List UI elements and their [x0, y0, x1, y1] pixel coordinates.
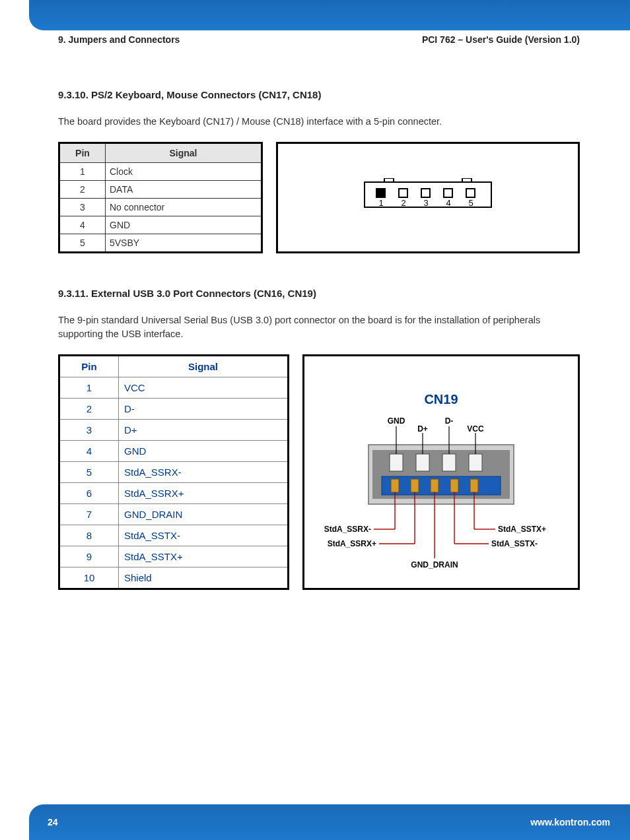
- signal-cell: 5VSBY: [106, 234, 262, 253]
- table-row: 1VCC: [59, 377, 289, 399]
- th-signal: Signal: [106, 143, 262, 163]
- section-2-title: 9.3.11. External USB 3.0 Port Connectors…: [58, 288, 580, 299]
- signal-cell: GND_DRAIN: [119, 504, 289, 525]
- signal-cell: No connector: [106, 199, 262, 216]
- svg-rect-18: [391, 479, 399, 492]
- pin-cell: 6: [59, 483, 119, 504]
- svg-text:3: 3: [423, 198, 428, 208]
- signal-cell: StdA_SSRX-: [119, 462, 289, 483]
- top-accent-bar: [29, 0, 630, 30]
- signal-cell: GND: [106, 216, 262, 234]
- svg-rect-20: [431, 479, 438, 492]
- usb3-connector-diagram: CN19: [304, 360, 578, 585]
- pin-cell: 5: [59, 462, 119, 483]
- signal-cell: StdA_SSTX+: [119, 546, 289, 567]
- pin-cell: 4: [59, 216, 106, 234]
- svg-rect-4: [444, 189, 452, 197]
- signal-cell: VCC: [119, 377, 289, 399]
- svg-text:VCC: VCC: [467, 424, 484, 434]
- usb3-dia-title: CN19: [304, 392, 578, 407]
- svg-rect-17: [382, 476, 501, 495]
- pin-cell: 5: [59, 234, 106, 253]
- pin-cell: 8: [59, 525, 119, 546]
- pin-cell: 1: [59, 163, 106, 181]
- signal-cell: D+: [119, 420, 289, 441]
- table-row: 55VSBY: [59, 234, 262, 253]
- pin-cell: 2: [59, 399, 119, 420]
- svg-text:4: 4: [446, 198, 450, 208]
- svg-rect-1: [376, 189, 385, 197]
- page-content: 9.3.10. PS/2 Keyboard, Mouse Connectors …: [58, 89, 580, 624]
- pin-cell: 4: [59, 441, 119, 462]
- th-pin: Pin: [59, 143, 106, 163]
- section-2-row: Pin Signal 1VCC2D-3D+4GND5StdA_SSRX-6Std…: [58, 354, 580, 590]
- pin-cell: 3: [59, 199, 106, 216]
- section-1-intro: The board provides the Keyboard (CN17) /…: [58, 115, 580, 129]
- svg-text:D+: D+: [417, 424, 428, 434]
- pin-cell: 2: [59, 181, 106, 199]
- ps2-connector-diagram: 1 2 3 4 5: [362, 178, 494, 218]
- pin-cell: 7: [59, 504, 119, 525]
- page-number: 24: [48, 817, 58, 827]
- section-1-row: Pin Signal 1Clock2DATA3No connector4GND5…: [58, 142, 580, 253]
- footer-url: www.kontron.com: [530, 817, 610, 827]
- svg-rect-22: [470, 479, 478, 492]
- section-1-title: 9.3.10. PS/2 Keyboard, Mouse Connectors …: [58, 89, 580, 100]
- header-left: 9. Jumpers and Connectors: [58, 34, 180, 45]
- svg-text:D-: D-: [445, 416, 454, 426]
- table-row: 3D+: [59, 420, 289, 441]
- signal-cell: DATA: [106, 181, 262, 199]
- section-2-intro: The 9-pin standard Universal Serial Bus …: [58, 313, 580, 341]
- svg-text:2: 2: [401, 198, 405, 208]
- signal-cell: GND: [119, 441, 289, 462]
- table-row: 3No connector: [59, 199, 262, 216]
- section-2-diagram-wrap: CN19: [302, 354, 580, 590]
- header-right: PCI 762 – User's Guide (Version 1.0): [422, 34, 580, 45]
- svg-text:StdA_SSTX+: StdA_SSTX+: [498, 525, 546, 534]
- signal-cell: StdA_SSRX+: [119, 483, 289, 504]
- svg-text:StdA_SSRX+: StdA_SSRX+: [328, 539, 376, 548]
- table-row: 6StdA_SSRX+: [59, 483, 289, 504]
- signal-cell: D-: [119, 399, 289, 420]
- page-header: 9. Jumpers and Connectors PCI 762 – User…: [58, 34, 580, 45]
- pin-cell: 10: [59, 567, 119, 589]
- usb3-pin-table: Pin Signal 1VCC2D-3D+4GND5StdA_SSRX-6Std…: [58, 354, 289, 590]
- table-row: 2DATA: [59, 181, 262, 199]
- svg-rect-5: [466, 189, 475, 197]
- signal-cell: Shield: [119, 567, 289, 589]
- section-2-table-wrap: Pin Signal 1VCC2D-3D+4GND5StdA_SSRX-6Std…: [58, 354, 289, 590]
- table-row: 4GND: [59, 441, 289, 462]
- svg-rect-3: [421, 189, 430, 197]
- table-row: 9StdA_SSTX+: [59, 546, 289, 567]
- svg-text:GND: GND: [388, 416, 405, 426]
- svg-text:1: 1: [378, 198, 383, 208]
- pin-cell: 9: [59, 546, 119, 567]
- svg-rect-21: [450, 479, 458, 492]
- svg-rect-19: [411, 479, 419, 492]
- section-1-diagram-wrap: 1 2 3 4 5: [276, 142, 580, 253]
- signal-cell: Clock: [106, 163, 262, 181]
- table-row: 10Shield: [59, 567, 289, 589]
- svg-text:GND_DRAIN: GND_DRAIN: [411, 560, 458, 569]
- table-row: 7GND_DRAIN: [59, 504, 289, 525]
- table-row: 5StdA_SSRX-: [59, 462, 289, 483]
- svg-text:StdA_SSRX-: StdA_SSRX-: [324, 525, 371, 534]
- svg-rect-15: [442, 454, 456, 471]
- table-row: 4GND: [59, 216, 262, 234]
- section-1-table-wrap: Pin Signal 1Clock2DATA3No connector4GND5…: [58, 142, 263, 253]
- pin-cell: 1: [59, 377, 119, 399]
- pin-cell: 3: [59, 420, 119, 441]
- svg-rect-13: [390, 454, 403, 471]
- table-row: 2D-: [59, 399, 289, 420]
- th-pin: Pin: [59, 356, 119, 377]
- page-footer: 24 www.kontron.com: [29, 804, 630, 840]
- th-signal: Signal: [119, 356, 289, 377]
- svg-rect-16: [469, 454, 482, 471]
- svg-rect-14: [416, 454, 429, 471]
- table-row: 8StdA_SSTX-: [59, 525, 289, 546]
- ps2-pin-table: Pin Signal 1Clock2DATA3No connector4GND5…: [58, 142, 263, 253]
- signal-cell: StdA_SSTX-: [119, 525, 289, 546]
- svg-text:StdA_SSTX-: StdA_SSTX-: [491, 539, 538, 548]
- table-row: 1Clock: [59, 163, 262, 181]
- svg-rect-2: [399, 189, 407, 197]
